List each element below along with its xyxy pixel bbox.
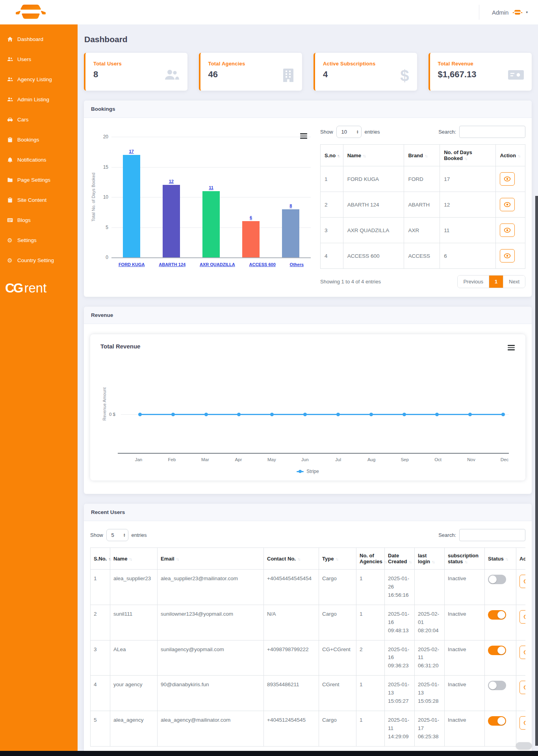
view-booking-button[interactable] (500, 223, 515, 237)
column-header-agencies[interactable]: No. of Agencies↑↓ (356, 548, 385, 570)
sidebar-item-bookings[interactable]: Bookings (0, 130, 78, 150)
column-header-sno[interactable]: S.No.↑↓ (91, 548, 110, 570)
sidebar-item-users[interactable]: Users (0, 49, 78, 69)
sort-icon[interactable]: ↑↓ (384, 559, 387, 564)
sidebar-item-site-content[interactable]: Site Content (0, 190, 78, 210)
cell-sno: 3 (91, 640, 110, 676)
view-booking-button[interactable] (500, 172, 515, 186)
app-logo-car-icon[interactable] (15, 4, 46, 21)
view-user-button[interactable] (519, 610, 525, 624)
page-1-button[interactable]: 1 (489, 276, 503, 288)
next-page-button[interactable]: Next (503, 276, 525, 288)
sidebar-item-blogs[interactable]: Blogs (0, 210, 78, 230)
status-toggle[interactable] (488, 646, 506, 655)
sidebar-item-notifications[interactable]: Notifications (0, 150, 78, 170)
column-header-last-login[interactable]: last login↑↓ (415, 548, 445, 570)
data-point[interactable] (336, 413, 340, 416)
chart-menu-icon[interactable] (506, 344, 516, 352)
data-point[interactable] (501, 413, 505, 416)
category-link[interactable]: Others (290, 262, 304, 267)
bar-abarth-124[interactable] (163, 185, 180, 257)
column-header-status[interactable]: Status↑↓ (485, 548, 516, 570)
data-point[interactable] (171, 413, 175, 416)
view-booking-button[interactable] (500, 198, 515, 211)
sort-icon[interactable]: ↑↓ (176, 557, 179, 561)
status-toggle[interactable] (488, 716, 506, 726)
data-point[interactable] (468, 413, 472, 416)
sort-icon[interactable]: ↑↓ (335, 557, 338, 561)
column-header-days-booked[interactable]: No. of Days Booked↑↓ (440, 145, 496, 166)
sort-icon[interactable]: ↑↓ (408, 559, 411, 564)
sidebar-item-country-setting[interactable]: ⚙ Country Setting (0, 250, 78, 270)
sidebar-item-cars[interactable]: Cars (0, 110, 78, 130)
entries-select[interactable]: 5 ▴▾ (106, 529, 128, 541)
sort-icon[interactable]: ↑↓ (425, 153, 427, 158)
column-header-sno[interactable]: S.no↑↓ (321, 145, 343, 166)
admin-menu[interactable]: Admin ▾ (479, 0, 528, 24)
sort-icon[interactable]: ↑↓ (464, 559, 467, 564)
view-user-button[interactable] (519, 681, 525, 694)
data-point[interactable] (303, 413, 307, 416)
column-header-name[interactable]: Name↑↓ (343, 145, 404, 166)
chart-legend[interactable]: Stripe (100, 469, 515, 474)
status-toggle[interactable] (488, 681, 506, 690)
data-point[interactable] (270, 413, 274, 416)
sidebar-item-page-settings[interactable]: Page Settings (0, 170, 78, 190)
column-header-date-created[interactable]: Date Created↑↓ (385, 548, 415, 570)
previous-page-button[interactable]: Previous (458, 276, 489, 288)
bookings-search-input[interactable] (459, 126, 525, 138)
cell-subscription-status: Inactive (445, 570, 485, 605)
sidebar-item-admin-listing[interactable]: Admin Listing (0, 89, 78, 110)
sort-icon[interactable]: ↑↓ (432, 559, 434, 564)
data-point[interactable] (435, 413, 439, 416)
sidebar-item-agency-listing[interactable]: Agency Listing (0, 69, 78, 89)
column-header-type[interactable]: Type↑↓ (319, 548, 356, 570)
sort-icon[interactable]: ↑↓ (297, 557, 300, 561)
bar-value-link[interactable]: 8 (289, 203, 292, 208)
sort-icon[interactable]: ↑↓ (129, 557, 132, 561)
category-link[interactable]: ACCESS 600 (249, 262, 276, 267)
column-header-action[interactable]: Action (516, 548, 526, 570)
bar-others[interactable] (282, 209, 299, 257)
view-user-button[interactable] (519, 575, 525, 588)
status-toggle[interactable] (488, 610, 506, 620)
scroll-handle-button[interactable] (516, 742, 532, 749)
bar-value-link[interactable]: 17 (129, 149, 134, 154)
recent-users-search-input[interactable] (459, 529, 525, 541)
data-point[interactable] (204, 413, 208, 416)
vertical-scrollbar-thumb[interactable] (535, 196, 538, 746)
view-user-button[interactable] (519, 646, 525, 659)
view-user-button[interactable] (519, 716, 525, 730)
entries-select[interactable]: 10 ▴▾ (336, 126, 362, 138)
column-header-email[interactable]: Email↑↓ (158, 548, 264, 570)
column-header-subscription-status[interactable]: subscription status↑↓ (445, 548, 485, 570)
category-link[interactable]: AXR QUADZILLA (200, 262, 235, 267)
category-link[interactable]: FORD KUGA (119, 262, 145, 267)
data-point[interactable] (403, 413, 406, 416)
column-header-contact[interactable]: Contact No.↑↓ (264, 548, 319, 570)
sidebar-item-settings[interactable]: ⚙ Settings (0, 230, 78, 250)
sort-icon[interactable]: ↑↓ (108, 557, 111, 561)
sort-icon[interactable]: ↑↓ (464, 156, 467, 161)
status-toggle[interactable] (488, 575, 506, 584)
cell-contact: +4098798799222 (264, 640, 319, 676)
bar-access-600[interactable] (242, 221, 260, 257)
bar-value-link[interactable]: 11 (209, 185, 213, 190)
sort-icon[interactable]: ↑↓ (505, 557, 508, 561)
data-point[interactable] (138, 413, 142, 416)
data-point[interactable] (369, 413, 373, 416)
bar-value-link[interactable]: 12 (169, 179, 174, 184)
bar-value-link[interactable]: 6 (250, 215, 252, 220)
data-point[interactable] (237, 413, 241, 416)
category-link[interactable]: ABARTH 124 (159, 262, 186, 267)
bar-axr-quadzilla[interactable] (202, 191, 220, 257)
view-booking-button[interactable] (500, 249, 515, 263)
sort-icon[interactable]: ↑↓ (363, 153, 365, 158)
sidebar-item-dashboard[interactable]: Dashboard (0, 29, 78, 49)
column-header-name[interactable]: Name↑↓ (110, 548, 158, 570)
column-header-brand[interactable]: Brand↑↓ (404, 145, 440, 166)
column-header-action[interactable]: Action↑↓ (496, 145, 525, 166)
sort-icon[interactable]: ↑↓ (337, 153, 340, 158)
sort-icon[interactable]: ↑↓ (518, 153, 520, 158)
bar-ford-kuga[interactable] (123, 155, 140, 257)
